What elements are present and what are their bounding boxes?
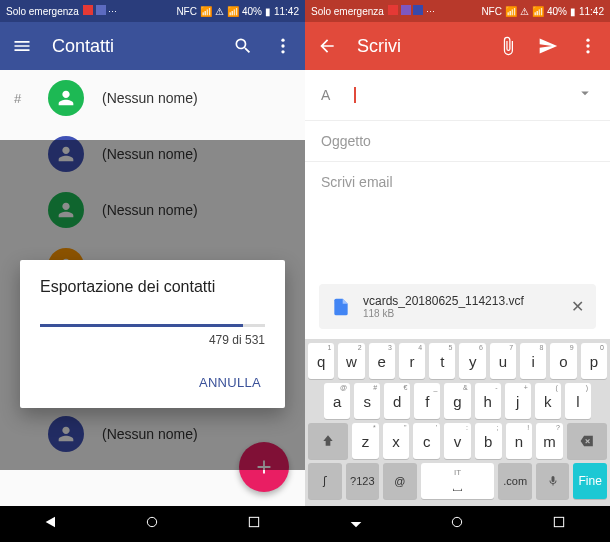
key-f[interactable]: _f <box>414 383 440 419</box>
to-field[interactable]: A <box>305 70 610 121</box>
svg-point-0 <box>281 39 284 42</box>
key-u[interactable]: 7u <box>490 343 516 379</box>
attach-icon[interactable] <box>498 36 518 56</box>
nav-home-icon[interactable] <box>449 514 465 534</box>
more-icon[interactable] <box>273 36 293 56</box>
shift-key[interactable] <box>308 423 348 459</box>
svg-point-3 <box>148 517 157 526</box>
nav-back-icon[interactable] <box>348 514 364 534</box>
status-icons: NFC📶⚠📶 40% ▮ 11:42 <box>176 6 299 17</box>
key-e[interactable]: 3e <box>369 343 395 379</box>
key-.com[interactable]: .com <box>498 463 532 499</box>
key-n[interactable]: !n <box>506 423 533 459</box>
key-h[interactable]: -h <box>475 383 501 419</box>
svg-point-7 <box>586 50 589 53</box>
clock: 11:42 <box>579 6 604 17</box>
key-p[interactable]: 0p <box>581 343 607 379</box>
back-icon[interactable] <box>317 36 337 56</box>
key-s[interactable]: #s <box>354 383 380 419</box>
export-dialog: Esportazione dei contatti 479 di 531 ANN… <box>20 260 285 408</box>
progress-bar <box>40 324 265 327</box>
svg-point-2 <box>281 50 284 53</box>
avatar <box>48 80 84 116</box>
nav-back-icon[interactable] <box>43 514 59 534</box>
more-icon[interactable] <box>578 36 598 56</box>
key-o[interactable]: 9o <box>550 343 576 379</box>
key-l[interactable]: )l <box>565 383 591 419</box>
key-c[interactable]: 'c <box>413 423 440 459</box>
contact-row[interactable]: #(Nessun nome) <box>0 70 305 126</box>
key-a[interactable]: @a <box>324 383 350 419</box>
svg-rect-9 <box>554 517 563 526</box>
app-bar: Scrivi <box>305 22 610 70</box>
nav-home-icon[interactable] <box>144 514 160 534</box>
network-status: Solo emergenza <box>311 6 384 17</box>
battery-level: 40% <box>547 6 567 17</box>
chevron-down-icon[interactable] <box>576 84 594 106</box>
svg-point-1 <box>281 44 284 47</box>
dialog-title: Esportazione dei contatti <box>40 278 265 296</box>
backspace-key[interactable] <box>567 423 607 459</box>
key-x[interactable]: "x <box>383 423 410 459</box>
nav-bar <box>305 506 610 542</box>
nav-bar <box>0 506 305 542</box>
keyboard: 1q2w3e4r5t6y7u8i9o0p @a#s€d_f&g-h+j(k)l … <box>305 339 610 506</box>
status-bar: Solo emergenza ⋯ NFC📶⚠📶 40% ▮ 11:42 <box>305 0 610 22</box>
page-title: Scrivi <box>357 36 401 57</box>
key-d[interactable]: €d <box>384 383 410 419</box>
svg-rect-4 <box>249 517 258 526</box>
key-m[interactable]: ?m <box>536 423 563 459</box>
svg-point-5 <box>586 39 589 42</box>
remove-attachment-icon[interactable]: ✕ <box>571 297 584 316</box>
key-r[interactable]: 4r <box>399 343 425 379</box>
key-v[interactable]: :v <box>444 423 471 459</box>
attachment-size: 118 kB <box>363 308 559 319</box>
key-@[interactable]: @ <box>383 463 417 499</box>
subject-field[interactable]: Oggetto <box>305 121 610 162</box>
nav-recent-icon[interactable] <box>246 514 262 534</box>
clock: 11:42 <box>274 6 299 17</box>
nav-recent-icon[interactable] <box>551 514 567 534</box>
menu-icon[interactable] <box>12 36 32 56</box>
key-g[interactable]: &g <box>444 383 470 419</box>
cancel-button[interactable]: ANNULLA <box>40 367 265 398</box>
key-i[interactable]: 8i <box>520 343 546 379</box>
mic-key[interactable] <box>536 463 570 499</box>
key-j[interactable]: +j <box>505 383 531 419</box>
battery-level: 40% <box>242 6 262 17</box>
phone-contacts: Solo emergenza ⋯ NFC📶⚠📶 40% ▮ 11:42 Cont… <box>0 0 305 542</box>
page-title: Contatti <box>52 36 114 57</box>
send-icon[interactable] <box>538 36 558 56</box>
key-Fine[interactable]: Fine <box>573 463 607 499</box>
key-b[interactable]: ;b <box>475 423 502 459</box>
svg-point-8 <box>453 517 462 526</box>
contact-name: (Nessun nome) <box>102 90 198 106</box>
key-q[interactable]: 1q <box>308 343 334 379</box>
text-cursor <box>354 87 356 103</box>
file-icon <box>331 295 351 319</box>
body-field[interactable]: Scrivi email <box>305 162 610 202</box>
swype-key[interactable]: ʃ <box>308 463 342 499</box>
phone-compose: Solo emergenza ⋯ NFC📶⚠📶 40% ▮ 11:42 Scri… <box>305 0 610 542</box>
attachment-chip[interactable]: vcards_20180625_114213.vcf 118 kB ✕ <box>319 284 596 329</box>
space-key[interactable]: IT⎵ <box>421 463 495 499</box>
key-t[interactable]: 5t <box>429 343 455 379</box>
svg-point-6 <box>586 44 589 47</box>
search-icon[interactable] <box>233 36 253 56</box>
key-z[interactable]: *z <box>352 423 379 459</box>
compose-body: A Oggetto Scrivi email vcards_20180625_1… <box>305 70 610 506</box>
key-?123[interactable]: ?123 <box>346 463 380 499</box>
status-bar: Solo emergenza ⋯ NFC📶⚠📶 40% ▮ 11:42 <box>0 0 305 22</box>
attachment-name: vcards_20180625_114213.vcf <box>363 294 559 308</box>
key-k[interactable]: (k <box>535 383 561 419</box>
to-label: A <box>321 87 330 103</box>
app-bar: Contatti <box>0 22 305 70</box>
contacts-list: #(Nessun nome)(Nessun nome)(Nessun nome)… <box>0 70 305 506</box>
progress-text: 479 di 531 <box>40 333 265 347</box>
network-status: Solo emergenza <box>6 6 79 17</box>
status-icons: NFC📶⚠📶 40% ▮ 11:42 <box>481 6 604 17</box>
index-letter: # <box>14 91 30 106</box>
key-w[interactable]: 2w <box>338 343 364 379</box>
key-y[interactable]: 6y <box>459 343 485 379</box>
